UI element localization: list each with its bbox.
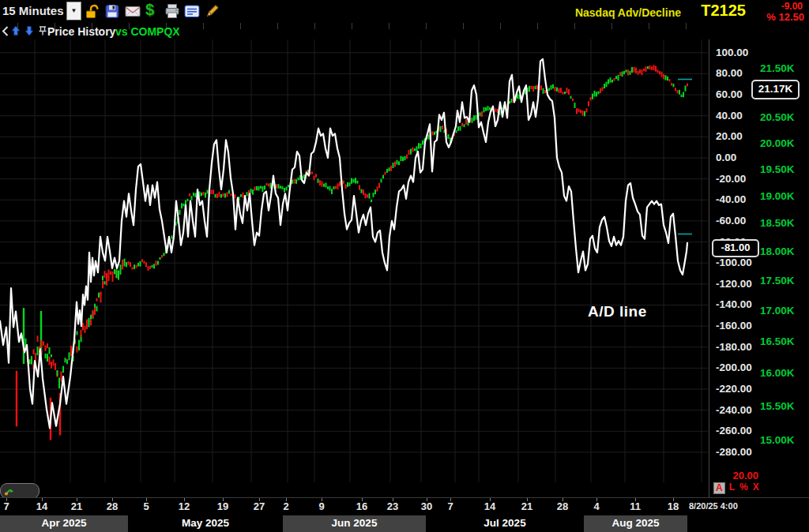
scale-button-%[interactable]: % (739, 482, 749, 494)
date-tick-label[interactable]: 11 (630, 500, 641, 512)
date-tick-label[interactable]: 18 (668, 500, 679, 512)
indicator-name-label[interactable]: Price History (47, 25, 115, 38)
month-label: Jun 2025 (332, 517, 378, 529)
scale-button-x[interactable]: X (752, 482, 760, 494)
scale-button-a[interactable]: A (713, 482, 725, 494)
print-icon[interactable] (164, 3, 180, 20)
date-tick-label[interactable]: 19 (217, 500, 228, 512)
date-tick-label[interactable]: 2 (283, 500, 288, 512)
chart-plot-area[interactable] (0, 0, 809, 532)
move-down-arrow-icon[interactable] (24, 25, 35, 39)
scale-control-buttons: AL%X (713, 482, 760, 494)
quote-percent-change: % 12.50 (766, 11, 804, 23)
chart-scrollbar-thumb[interactable] (0, 483, 40, 499)
dollar-icon[interactable]: $ (145, 1, 161, 17)
move-up-arrow-icon[interactable] (10, 25, 21, 39)
month-label: Jul 2025 (484, 517, 525, 529)
date-tick-label[interactable]: 28 (107, 500, 118, 512)
date-tick-label[interactable]: 5 (143, 500, 149, 512)
report-icon[interactable] (184, 3, 200, 20)
last-price-box[interactable]: 21.17K (751, 80, 800, 99)
scale-button-l[interactable]: L (728, 482, 736, 494)
mail-icon[interactable] (125, 3, 141, 20)
end-datetime-label: 8/20/25 4:00 (689, 501, 738, 511)
date-axis-row[interactable]: 71421285121927291623307142128411188/20/2… (0, 497, 809, 515)
month-label: Aug 2025 (611, 517, 659, 529)
pin-icon[interactable] (38, 25, 47, 39)
pencil-icon[interactable] (204, 3, 220, 20)
date-tick-label[interactable]: 23 (387, 500, 398, 512)
quote-change: -9.00 (781, 1, 803, 12)
date-tick-label[interactable]: 4 (593, 500, 599, 512)
collapse-chevron-icon[interactable] (2, 25, 9, 39)
ad-line-annotation: A/D line (588, 303, 647, 320)
quote-symbol[interactable]: T2125 (701, 2, 746, 20)
date-tick-label[interactable]: 12 (179, 500, 190, 512)
quote-title: Nasdaq Adv/Decline (575, 6, 681, 19)
date-tick-label[interactable]: 27 (254, 500, 265, 512)
date-tick-label[interactable]: 21 (71, 500, 82, 512)
date-tick-label[interactable]: 14 (484, 500, 495, 512)
month-axis-row: Apr 2025May 2025 Jun 2025Jul 2025 Aug 20… (0, 515, 809, 532)
date-tick-label[interactable]: 9 (318, 500, 324, 512)
unlock-icon[interactable] (85, 3, 100, 20)
caret-down-icon: ▼ (71, 7, 77, 14)
month-label: Apr 2025 (41, 517, 86, 529)
timeframe-label[interactable]: 15 Minutes (2, 4, 64, 17)
save-icon[interactable] (104, 3, 120, 20)
top-toolbar: 15 Minutes ▼ $ Nasdaq Adv/Decline T2125 … (0, 0, 809, 22)
indicator-header-row: Price History vs COMPQX (0, 22, 809, 39)
last-ad-value-box[interactable]: -81.00 (712, 239, 759, 257)
date-tick-label[interactable]: 28 (557, 500, 568, 512)
date-tick-label[interactable]: 21 (521, 500, 532, 512)
date-tick-label[interactable]: 7 (3, 500, 9, 512)
timeframe-dropdown-button[interactable]: ▼ (66, 2, 81, 21)
date-tick-label[interactable]: 7 (447, 500, 453, 512)
date-tick-label[interactable]: 16 (356, 500, 367, 512)
scale-value-label: 20.00 (695, 470, 758, 481)
month-label: May 2025 (182, 517, 229, 529)
date-tick-label[interactable]: 30 (421, 500, 432, 512)
date-tick-label[interactable]: 14 (36, 500, 47, 512)
comparison-symbol-label[interactable]: vs COMPQX (115, 25, 180, 38)
